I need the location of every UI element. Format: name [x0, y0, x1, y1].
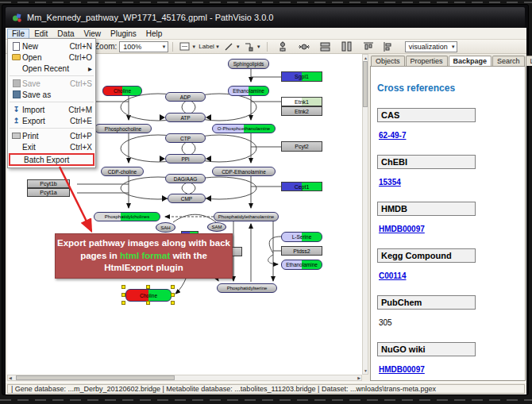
node-phosphatidylcholines[interactable]: Phosphatidylcholines — [94, 212, 160, 221]
align-center-y-button[interactable] — [298, 40, 310, 52]
node-ppi[interactable]: PPi — [165, 154, 206, 164]
print-icon — [10, 133, 22, 139]
xref-link[interactable]: HMDB00097 — [379, 365, 425, 374]
selection-handle[interactable] — [146, 301, 150, 305]
menu-item-open[interactable]: Open Ctrl+O — [8, 52, 95, 63]
chevron-down-icon[interactable]: ▼ — [236, 44, 241, 49]
menu-edit[interactable]: Edit — [29, 29, 52, 39]
menu-item-save[interactable]: Save Ctrl+S — [8, 78, 95, 89]
scroll-left-icon[interactable]: ◀ — [9, 375, 12, 380]
node-choline-top[interactable]: Choline — [102, 86, 142, 96]
chevron-down-icon[interactable]: ▼ — [256, 44, 261, 49]
scroll-up-icon[interactable]: ▲ — [364, 56, 368, 60]
node-etnk1[interactable]: Etnk1 — [281, 97, 322, 106]
common-height-button[interactable] — [319, 40, 332, 52]
desktop-edge-bottom — [0, 399, 532, 401]
menu-view[interactable]: View — [79, 29, 106, 39]
node-phosphatidylethanolamine[interactable]: Phosphatidylethanolamine — [214, 212, 279, 221]
node-sah[interactable]: SAH — [156, 222, 175, 233]
node-ctp[interactable]: CTP — [165, 133, 206, 143]
align-left-button[interactable] — [382, 40, 395, 52]
menu-plugins[interactable]: Plugins — [106, 29, 141, 39]
chevron-down-icon[interactable]: ▼ — [215, 44, 220, 49]
xref-link[interactable]: C00114 — [379, 271, 406, 280]
scroll-right-icon[interactable]: ▶ — [357, 375, 360, 380]
align-top-button[interactable] — [362, 40, 375, 52]
menu-item-export[interactable]: ↥ Export Ctrl+E — [8, 115, 95, 126]
tab-search[interactable]: Search — [492, 56, 525, 66]
vertical-scroll-thumb[interactable] — [363, 61, 368, 107]
menu-item-save-as[interactable]: Save as — [8, 89, 95, 100]
menu-item-open-recent[interactable]: Open Recent ▸ — [8, 63, 95, 74]
node-sgpl1[interactable]: Sgpl1 — [281, 71, 322, 82]
node-cept1[interactable]: Cept1 — [281, 182, 322, 191]
common-width-button[interactable] — [341, 40, 353, 52]
menu-item-exit[interactable]: Exit Ctrl+X — [8, 141, 95, 152]
node-ethanolamine-bottom[interactable]: Ethanolamine — [281, 260, 322, 270]
tab-backpage[interactable]: Backpage — [449, 56, 492, 67]
xref-link[interactable]: 62-49-7 — [379, 131, 406, 140]
menu-item-batch-export[interactable]: Batch Export — [9, 153, 94, 166]
menu-item-label: Print — [22, 132, 39, 140]
node-cdp-choline[interactable]: CDP-choline — [101, 167, 144, 176]
tab-objects[interactable]: Objects — [371, 56, 405, 66]
selection-handle[interactable] — [121, 301, 125, 305]
node-sphingolipids[interactable]: Sphingolipids — [228, 59, 269, 69]
zoom-combobox[interactable]: 100% ▼ — [119, 41, 168, 52]
node-dag-aag[interactable]: DAG/AAG — [165, 174, 206, 183]
menu-data[interactable]: Data — [52, 29, 79, 39]
window-title: Mm_Kennedy_pathway_WP1771_45176.gpml - P… — [27, 13, 273, 22]
new-document-icon — [10, 42, 22, 51]
selection-handle[interactable] — [146, 285, 150, 289]
datanode-tool-button[interactable] — [178, 40, 191, 52]
scroll-down-icon[interactable]: ▼ — [364, 368, 368, 373]
visualization-combobox[interactable]: visualization ▼ — [405, 41, 457, 52]
xref-section-hmdb: HMDB HMDB00097 — [377, 202, 525, 241]
node-adp[interactable]: ADP — [165, 92, 206, 102]
menu-shortcut: Ctrl+E — [70, 117, 92, 125]
selection-handle[interactable] — [121, 293, 125, 297]
xref-link[interactable]: 15354 — [379, 178, 401, 187]
node-cdp-ethanolamine[interactable]: CDP-Ethanolamine — [212, 167, 276, 176]
menu-item-print[interactable]: Print Ctrl+P — [8, 130, 95, 141]
label-tool-button[interactable]: Label — [199, 43, 214, 50]
connector-tool-button[interactable] — [243, 40, 256, 52]
node-phosphatidylserine[interactable]: Phosphatidylserine — [217, 283, 277, 293]
file-menu: New Ctrl+N Open Ctrl+O Open Recent ▸ Sav… — [7, 38, 96, 168]
menu-help[interactable]: Help — [141, 29, 168, 39]
menu-file[interactable]: File — [7, 29, 29, 39]
annotation-line2-post: with the — [170, 251, 207, 260]
node-etnk2[interactable]: Etnk2 — [281, 106, 322, 116]
menu-item-new[interactable]: New Ctrl+N — [8, 40, 95, 52]
selection-handle[interactable] — [121, 285, 125, 289]
selection-handle[interactable] — [171, 301, 175, 305]
tab-properties[interactable]: Properties — [406, 56, 448, 66]
line-tool-button[interactable] — [222, 40, 235, 52]
node-pcyt1a[interactable]: Pcyt1a — [27, 188, 70, 197]
node-phosphocholine[interactable]: Phosphocholine — [94, 124, 152, 133]
menu-item-import[interactable]: ↧ Import Ctrl+M — [8, 104, 95, 115]
node-pcyt1b[interactable]: Pcyt1b — [27, 179, 70, 188]
node-sam[interactable]: SAM — [207, 222, 226, 232]
node-pcyt2[interactable]: Pcyt2 — [281, 141, 322, 152]
node-o-phosphoethanolamine[interactable]: O-Phosphoethanolamine — [212, 124, 276, 133]
node-ptdss2[interactable]: Ptdss2 — [281, 246, 322, 256]
chevron-down-icon[interactable]: ▼ — [191, 44, 196, 49]
xref-link[interactable]: HMDB00097 — [379, 225, 425, 233]
node-cmp[interactable]: CMP — [168, 194, 206, 203]
tab-legend[interactable]: Legend — [526, 56, 532, 66]
xref-section-cas: CAS 62-49-7 — [377, 108, 525, 148]
app-body: File Edit Data View Plugins Help Zoom: 1… — [6, 28, 526, 394]
canvas-horizontal-scrollbar[interactable]: ◀ ▶ — [7, 375, 362, 381]
horizontal-scroll-thumb[interactable] — [16, 375, 175, 380]
selection-handle[interactable] — [171, 285, 175, 289]
title-bar[interactable]: Mm_Kennedy_pathway_WP1771_45176.gpml - P… — [6, 7, 525, 28]
node-atp[interactable]: ATP — [165, 113, 206, 122]
node-choline-selected[interactable]: Choline — [125, 289, 172, 302]
menu-item-label: Open Recent — [22, 64, 69, 73]
align-center-x-button[interactable] — [276, 40, 289, 52]
selection-handle[interactable] — [171, 293, 175, 297]
node-ethanolamine-top[interactable]: Ethanolamine — [228, 86, 269, 96]
node-l-serine[interactable]: L-Serine — [281, 232, 322, 242]
canvas-vertical-scrollbar[interactable]: ▲ ▼ — [362, 54, 368, 375]
